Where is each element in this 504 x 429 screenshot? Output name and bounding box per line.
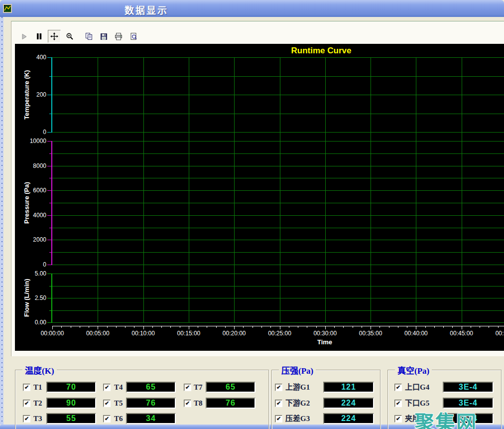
grid-line-vertical: [98, 57, 98, 322]
grid-line-vertical: [143, 57, 144, 322]
y-tick: [49, 252, 51, 253]
x-tick-label: 00:05:00: [80, 330, 116, 337]
grid-line-horizontal: [52, 57, 504, 58]
grid-line-horizontal: [52, 286, 504, 286]
value-display-T8: 76: [206, 398, 255, 409]
value-display-上游G1: 121: [323, 382, 374, 393]
pan-tool-button[interactable]: [48, 30, 61, 43]
y-tick: [47, 166, 51, 166]
pause-icon: [36, 33, 42, 40]
checkbox-T1[interactable]: ✔: [23, 384, 30, 391]
grid-line-horizontal: [52, 265, 504, 265]
x-minor-tick: [216, 326, 217, 328]
x-major-tick: [416, 326, 416, 329]
checkbox-压差G3[interactable]: ✔: [275, 415, 282, 423]
checkbox-T6[interactable]: ✔: [103, 415, 111, 423]
checkbox-T7[interactable]: ✔: [184, 384, 191, 391]
x-minor-tick: [471, 326, 471, 328]
grid-line-horizontal: [52, 190, 504, 191]
save-icon: [100, 33, 108, 40]
x-tick-label: 00:50:00: [489, 330, 504, 337]
y-tick: [47, 274, 51, 274]
panel-temperature-title: 温度(K): [22, 364, 57, 376]
x-minor-tick: [207, 326, 207, 328]
x-major-tick: [189, 326, 189, 329]
y-tick: [47, 190, 51, 191]
y-tick: [47, 322, 51, 323]
value-display-T5: 76: [126, 398, 176, 409]
x-major-tick: [280, 326, 280, 329]
y-tick: [49, 178, 51, 178]
y-tick: [47, 265, 51, 265]
panel-pressure: 压强(Pa) ✔上游G1121✔下游G2224✔压差G3224: [271, 370, 380, 429]
x-minor-tick: [362, 326, 362, 328]
y-tick: [49, 76, 51, 77]
grid-line-horizontal: [52, 141, 504, 142]
x-major-tick: [462, 326, 462, 329]
checkbox-T8[interactable]: ✔: [184, 400, 191, 407]
y-tick: [47, 298, 51, 298]
y-axis-title: Temperature (K): [20, 57, 33, 132]
grid-line-vertical: [325, 57, 326, 322]
play-button[interactable]: [18, 30, 30, 42]
x-minor-tick: [225, 326, 226, 328]
value-display-T2: 90: [46, 398, 96, 409]
checkbox-T3[interactable]: ✔: [23, 415, 30, 423]
y-tick: [47, 57, 51, 58]
grid-line-horizontal: [52, 322, 504, 323]
grid-line-vertical: [462, 57, 462, 322]
x-tick-label: 00:25:00: [262, 330, 298, 337]
x-major-tick: [143, 326, 144, 329]
item-label-上游G1: 上游G1: [285, 382, 310, 393]
value-display-T3: 55: [46, 413, 96, 424]
checkbox-T2[interactable]: ✔: [23, 400, 30, 407]
checkbox-下游G2[interactable]: ✔: [275, 400, 282, 407]
checkbox-下口G5[interactable]: ✔: [394, 400, 402, 407]
y-tick: [47, 132, 51, 133]
x-minor-tick: [379, 326, 380, 328]
grid-line-horizontal: [52, 240, 504, 240]
grid-line-horizontal: [52, 252, 504, 253]
runtime-chart[interactable]: Runtime Curve Time 4002000Temperature (K…: [15, 44, 504, 351]
y-tick: [49, 203, 51, 203]
value-display-压差G3: 224: [323, 413, 374, 424]
checkbox-T5[interactable]: ✔: [103, 400, 111, 407]
title-bar[interactable]: 数据显示: [0, 0, 504, 17]
panel-vacuum: 真空(Pa) ✔上口G43E-4✔下口G53E-4✔夹层G63E-4: [387, 370, 502, 429]
x-major-tick: [325, 326, 326, 329]
zoom-magnifier-icon: [66, 32, 74, 40]
panel-temperature: 温度(K) ✔T170✔T290✔T355✔T465✔T576✔T634✔T76…: [15, 370, 269, 429]
checkbox-上口G4[interactable]: ✔: [394, 384, 402, 391]
checkbox-上游G1[interactable]: ✔: [275, 384, 282, 391]
x-tick-label: 00:10:00: [126, 330, 161, 337]
x-tick-label: 00:20:00: [216, 330, 252, 337]
checkbox-夹层G6[interactable]: ✔: [394, 415, 402, 423]
item-label-T8: T8: [194, 398, 203, 409]
x-minor-tick: [434, 326, 435, 328]
x-major-tick: [52, 326, 53, 329]
grid-line-vertical: [234, 57, 235, 322]
print-icon: [115, 33, 123, 40]
toolbar: [18, 30, 139, 43]
value-display-T6: 34: [126, 413, 176, 424]
x-minor-tick: [489, 326, 489, 328]
copy-button[interactable]: [83, 30, 95, 42]
x-minor-tick: [80, 326, 80, 328]
zoom-tool-button[interactable]: [64, 30, 76, 42]
pause-button[interactable]: [33, 30, 45, 42]
value-display-T7: 65: [206, 382, 255, 393]
item-label-T5: T5: [114, 398, 123, 409]
y-tick: [47, 215, 51, 216]
print-button[interactable]: [113, 30, 125, 42]
x-tick-label: 00:15:00: [171, 330, 207, 337]
save-button[interactable]: [98, 30, 110, 42]
checkbox-T4[interactable]: ✔: [103, 384, 111, 391]
grid-line-horizontal: [52, 95, 504, 95]
print-preview-button[interactable]: [127, 30, 139, 42]
x-minor-tick: [389, 326, 389, 328]
x-minor-tick: [252, 326, 253, 328]
item-label-下游G2: 下游G2: [285, 398, 310, 409]
y-tick: [49, 228, 51, 228]
y-tick: [49, 286, 51, 286]
x-minor-tick: [498, 326, 499, 328]
